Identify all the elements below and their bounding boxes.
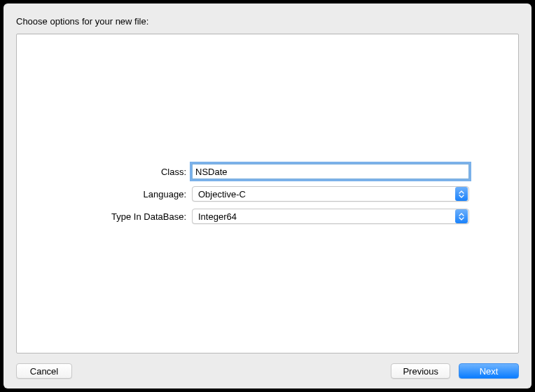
dialog-footer: Cancel Previous Next [16,354,519,379]
language-select-value: Objective-C [193,189,455,200]
language-row: Language: Objective-C [45,186,469,202]
next-button[interactable]: Next [459,363,519,379]
class-row: Class: [45,164,469,179]
options-panel: Class: Language: Objective-C [16,34,519,354]
options-form: Class: Language: Objective-C [17,164,518,231]
language-control: Objective-C [192,186,469,202]
type-select[interactable]: Integer64 [192,209,469,224]
language-select[interactable]: Objective-C [192,186,469,202]
type-control: Integer64 [192,209,469,224]
class-control [192,164,469,179]
type-label: Type In DataBase: [45,211,192,222]
type-select-value: Integer64 [193,211,455,222]
class-label: Class: [45,167,192,177]
dialog-title: Choose options for your new file: [16,16,519,27]
chevron-up-down-icon [455,209,468,223]
chevron-up-down-icon [455,187,468,201]
cancel-button[interactable]: Cancel [16,363,72,379]
previous-button[interactable]: Previous [391,363,450,379]
language-label: Language: [45,189,192,200]
class-input[interactable] [192,164,469,179]
new-file-options-dialog: Choose options for your new file: Class:… [4,4,531,388]
type-row: Type In DataBase: Integer64 [45,209,469,224]
